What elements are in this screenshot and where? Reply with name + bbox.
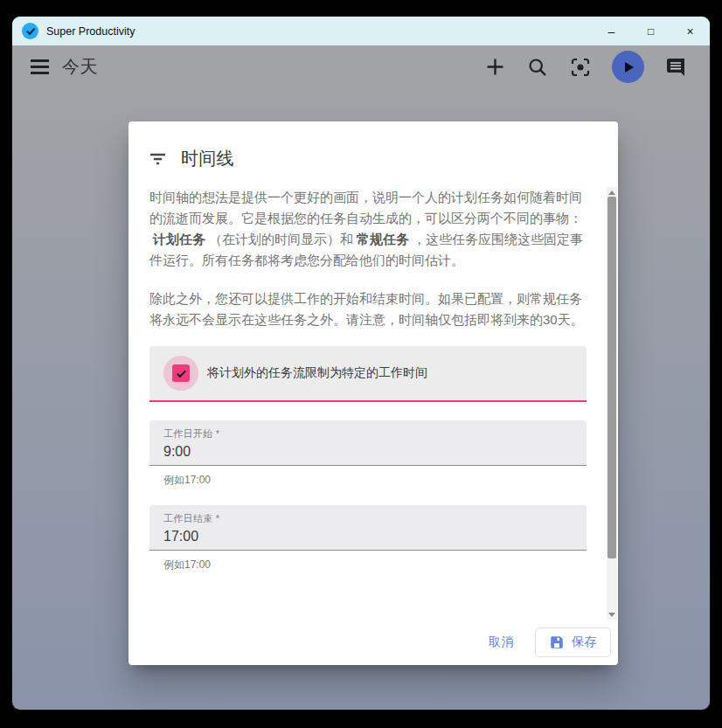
dialog-footer: 取消 保存 bbox=[128, 620, 618, 665]
second-paragraph: 除此之外，您还可以提供工作的开始和结束时间。如果已配置，则常规任务将永远不会显示… bbox=[149, 288, 587, 330]
comment-icon[interactable] bbox=[664, 56, 687, 79]
add-task-icon[interactable] bbox=[483, 56, 506, 79]
workday-start-field[interactable]: 工作日开始 * 9:00 bbox=[149, 420, 587, 466]
scrollbar-down-icon[interactable] bbox=[607, 609, 617, 620]
field-value[interactable]: 17:00 bbox=[163, 529, 573, 544]
app-window: Super Productivity – □ × 今天 bbox=[12, 17, 710, 710]
filter-icon bbox=[149, 153, 166, 165]
checkmark-icon bbox=[175, 367, 188, 380]
field-value[interactable]: 9:00 bbox=[163, 444, 573, 460]
bold-regular-tasks: 常规任务 bbox=[357, 232, 409, 246]
timeline-dialog: 时间线 时间轴的想法是提供一个更好的画面，说明一个人的计划任务如何随着时间的流逝… bbox=[128, 121, 618, 665]
search-icon[interactable] bbox=[526, 56, 549, 79]
intro-paragraph: 时间轴的想法是提供一个更好的画面，说明一个人的计划任务如何随着时间的流逝而发展。… bbox=[149, 187, 587, 271]
field-hint: 例如17:00 bbox=[163, 473, 573, 488]
bold-scheduled-tasks: 计划任务 bbox=[153, 232, 205, 246]
minimize-button[interactable]: – bbox=[592, 17, 631, 45]
play-icon bbox=[621, 60, 635, 74]
page-title: 今天 bbox=[62, 55, 98, 79]
intro-text: 时间轴的想法是提供一个更好的画面，说明一个人的计划任务如何随着时间的流逝而发展。… bbox=[149, 190, 582, 225]
workday-end-group: 工作日结束 * 17:00 例如17:00 bbox=[149, 505, 587, 572]
checkbox-ripple bbox=[163, 356, 198, 391]
titlebar: Super Productivity – □ × bbox=[12, 17, 710, 45]
work-hours-checkbox[interactable] bbox=[172, 364, 190, 382]
work-hours-checkbox-row[interactable]: 将计划外的任务流限制为特定的工作时间 bbox=[149, 346, 587, 402]
intro-text: （在计划的时间显示）和 bbox=[209, 232, 353, 246]
maximize-button[interactable]: □ bbox=[631, 17, 670, 45]
field-hint: 例如17:00 bbox=[163, 558, 573, 572]
scrollbar-thumb[interactable] bbox=[607, 197, 616, 558]
cancel-button[interactable]: 取消 bbox=[475, 627, 528, 657]
dialog-header: 时间线 bbox=[128, 121, 618, 187]
workday-start-group: 工作日开始 * 9:00 例如17:00 bbox=[149, 420, 587, 488]
menu-icon[interactable] bbox=[28, 56, 51, 79]
focus-mode-icon[interactable] bbox=[569, 56, 592, 79]
app-logo-icon bbox=[22, 23, 38, 39]
save-button-label: 保存 bbox=[572, 634, 597, 650]
dialog-body: 时间轴的想法是提供一个更好的画面，说明一个人的计划任务如何随着时间的流逝而发展。… bbox=[128, 187, 606, 620]
dialog-scrollbar[interactable] bbox=[607, 187, 617, 620]
save-icon bbox=[549, 634, 565, 650]
dialog-title: 时间线 bbox=[181, 147, 234, 170]
play-button[interactable] bbox=[612, 51, 644, 83]
checkbox-label[interactable]: 将计划外的任务流限制为特定的工作时间 bbox=[207, 365, 427, 381]
main-toolbar: 今天 bbox=[12, 45, 710, 88]
window-controls: – □ × bbox=[592, 17, 710, 45]
workday-end-field[interactable]: 工作日结束 * 17:00 bbox=[149, 505, 587, 551]
close-button[interactable]: × bbox=[670, 17, 710, 45]
field-label: 工作日结束 * bbox=[163, 512, 573, 525]
field-label: 工作日开始 * bbox=[163, 427, 573, 440]
window-title: Super Productivity bbox=[46, 25, 592, 38]
save-button[interactable]: 保存 bbox=[535, 627, 611, 657]
